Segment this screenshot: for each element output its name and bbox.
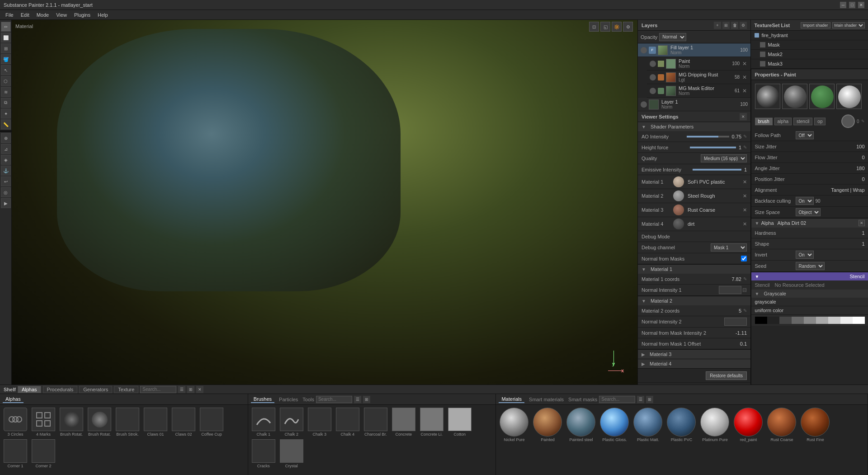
brushes-tab[interactable]: Brushes — [251, 396, 274, 403]
minimize-button[interactable]: ─ — [840, 2, 846, 8]
smart-masks-tab[interactable]: Smart masks — [568, 397, 597, 402]
materials-grid-btn[interactable]: ⊞ — [646, 396, 653, 403]
quality-select[interactable]: Medium (16 spp) Low (4 spp) High (64 spp… — [701, 154, 747, 162]
shelf-mat-rust-fine[interactable]: Rust Fine — [800, 408, 830, 442]
viewport[interactable]: Material y x ⊡ ◱ 🔆 ⚙ — [12, 20, 637, 385]
mat1-edit-icon[interactable]: ✎ — [743, 276, 747, 281]
shelf-mat-red-paint[interactable]: red_paint — [733, 408, 764, 442]
height-edit-icon[interactable]: ✎ — [743, 145, 747, 150]
shelf-brush-chalk4[interactable]: Chalk 4 — [335, 408, 360, 437]
shelf-brush-chalk2[interactable]: Chalk 2 — [279, 408, 304, 437]
menu-mode[interactable]: Mode — [33, 11, 53, 19]
view-btn-3[interactable]: 🔆 — [612, 22, 622, 32]
material-4-section-header[interactable]: ▶ Material 4 — [638, 359, 750, 368]
particles-tab[interactable]: Particles — [279, 397, 298, 402]
layer-1[interactable]: Layer 1 Norm 100 — [638, 98, 750, 111]
brush-preview-green[interactable] — [809, 84, 835, 109]
tool-polygon[interactable]: ⬡ — [1, 76, 11, 86]
menu-file[interactable]: File — [2, 11, 17, 19]
shelf-mat-nickel[interactable]: Nickel Pure — [499, 408, 529, 442]
material-2-section-header[interactable]: ▼ Material 2 — [638, 296, 750, 305]
tool-paint[interactable]: ✏ — [1, 22, 11, 32]
material-1-clear[interactable]: ✕ — [743, 179, 747, 185]
op-tab-btn[interactable]: op — [814, 118, 826, 125]
debug-channel-select[interactable]: Mask 1 Mask 2 — [711, 243, 747, 252]
tool-transform[interactable]: ⊕ — [1, 133, 11, 143]
shelf-alphas-tab[interactable]: Alphas — [3, 396, 24, 403]
brush-dial[interactable] — [841, 114, 855, 128]
layer-visibility-mg-dripping[interactable] — [650, 74, 656, 81]
layers-delete-btn[interactable]: 🗑 — [731, 22, 738, 29]
layer-close-paint[interactable]: ✕ — [741, 61, 748, 67]
menu-plugins[interactable]: Plugins — [71, 11, 94, 19]
normal-intensity-2-input[interactable] — [724, 318, 747, 326]
shader-collapse-btn[interactable]: ▼ — [642, 124, 646, 129]
material-2-clear[interactable]: ✕ — [743, 193, 747, 199]
shelf-mat-plastic-matt[interactable]: Plastic Matt. — [632, 408, 663, 442]
layer-visibility-fill-1[interactable] — [641, 47, 647, 53]
shelf-alpha-claws01[interactable]: Claws 01 — [143, 408, 168, 437]
shelf-alpha-coffee-cup[interactable]: Coffee Cup — [199, 408, 224, 437]
shelf-close-btn[interactable]: ✕ — [196, 386, 203, 393]
close-button[interactable]: ✕ — [858, 2, 864, 8]
tool-anchor[interactable]: ⚓ — [1, 166, 11, 176]
ts-item-mask2[interactable]: Mask2 — [751, 50, 868, 59]
shelf-brush-chalk1[interactable]: Chalk 1 — [251, 408, 276, 437]
shelf-brush-concrete-li[interactable]: Concrete Li. — [419, 408, 444, 437]
shelf-brush-cotton[interactable]: Cotton — [447, 408, 472, 437]
shelf-mat-rust-coarse[interactable]: Rust Coarse — [766, 408, 797, 442]
material-3-thumb[interactable] — [673, 204, 684, 215]
brushes-grid-btn[interactable]: ⊞ — [363, 396, 370, 403]
shelf-mat-plastic-pvc[interactable]: Plastic PVC — [666, 408, 697, 442]
tool-node[interactable]: ◎ — [1, 187, 11, 197]
shader-params-header[interactable]: ▼ Shader Parameters — [638, 122, 750, 131]
ao-intensity-slider[interactable] — [687, 136, 729, 138]
backface-culling-select[interactable]: OnOff — [796, 197, 814, 205]
invert-select[interactable]: OnOff — [796, 251, 814, 259]
shelf-alpha-corner2[interactable]: Corner 2 — [31, 439, 56, 468]
tool-bake[interactable]: ◈ — [1, 155, 11, 165]
grayscale-section-header[interactable]: ▼ Grayscale — [751, 290, 868, 298]
size-space-select[interactable]: ObjectWorld — [796, 208, 821, 216]
material-3-section-header[interactable]: ▶ Material 3 — [638, 350, 750, 359]
materials-search-input[interactable] — [599, 396, 635, 403]
material-2-thumb[interactable] — [673, 190, 684, 201]
tool-render[interactable]: ▶ — [1, 198, 11, 208]
tools-tab[interactable]: Tools — [302, 397, 314, 402]
shelf-tab-procedurals[interactable]: Procedurals — [43, 386, 78, 393]
brush-preview-smoke[interactable] — [755, 84, 780, 109]
shelf-tab-alphas[interactable]: Alphas — [18, 386, 41, 393]
shelf-mat-painted-steel[interactable]: Painted steel — [566, 408, 596, 442]
normal-intensity-1-input[interactable] — [719, 286, 741, 294]
height-force-slider[interactable] — [690, 147, 736, 148]
shelf-brush-concrete[interactable]: Concrete — [391, 408, 416, 437]
menu-edit[interactable]: Edit — [17, 11, 33, 19]
tool-fill[interactable]: 🪣 — [1, 54, 11, 64]
brushes-search-input[interactable] — [316, 396, 352, 403]
emissive-slider[interactable] — [693, 169, 741, 171]
main-shader-select[interactable]: Main shader — [832, 22, 865, 28]
view-btn-2[interactable]: ◱ — [600, 22, 610, 32]
layer-visibility-paint[interactable] — [650, 61, 656, 67]
shelf-alpha-brush-rotat1[interactable]: Brush Rotat. — [59, 408, 84, 437]
layers-group-btn[interactable]: ⊞ — [722, 22, 730, 29]
tool-smudge[interactable]: ≋ — [1, 87, 11, 97]
alpha-section-header[interactable]: ▼ Alpha Alpha Dirt 02 ✕ — [751, 218, 868, 228]
restore-defaults-btn[interactable]: Restore defaults — [706, 371, 747, 380]
layers-settings-btn[interactable]: ⚙ — [740, 22, 747, 29]
stencil-tab-btn[interactable]: stencil — [793, 118, 812, 125]
stencil-section-header[interactable]: ▼ Stencil — [751, 272, 868, 280]
materials-list-btn[interactable]: ☰ — [637, 396, 644, 403]
material-1-section-header[interactable]: ▼ Material 1 — [638, 265, 750, 274]
tool-measure[interactable]: 📏 — [1, 119, 11, 129]
shelf-tab-generators[interactable]: Generators — [79, 386, 112, 393]
ts-item-mask[interactable]: Mask — [751, 40, 868, 50]
seed-select[interactable]: RandomFixed — [796, 262, 825, 270]
layer-close-mg-mask[interactable]: ✕ — [741, 88, 748, 94]
layers-add-btn[interactable]: + — [714, 22, 721, 29]
shelf-mat-painted[interactable]: Painted — [532, 408, 563, 442]
tool-eraser[interactable]: ⬜ — [1, 33, 11, 43]
shelf-brush-crystal[interactable]: Crystal — [279, 439, 304, 468]
shelf-list-view-btn[interactable]: ☰ — [178, 386, 185, 393]
brush-preview-white[interactable] — [836, 84, 862, 109]
